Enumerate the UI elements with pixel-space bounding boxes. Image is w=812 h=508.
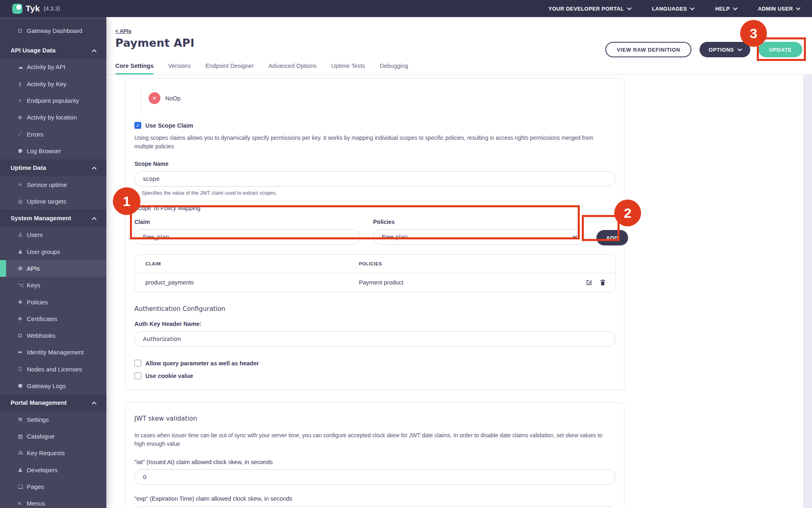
scope-name-input[interactable]: scope <box>134 171 615 187</box>
use-cookie-value-checkbox-row[interactable]: Use cookie value <box>134 372 615 379</box>
topnav-item-your-developer-portal[interactable]: YOUR DEVELOPER PORTAL <box>549 6 631 12</box>
add-button[interactable]: ADD <box>596 230 628 245</box>
sidebar-item-activity-by-location[interactable]: ⊕Activity by location <box>0 109 106 126</box>
certificate-icon: ✵ <box>18 316 27 322</box>
sidebar-item-settings[interactable]: ⚒Settings <box>0 411 106 428</box>
leaf-icon <box>16 5 21 10</box>
topnav-item-help[interactable]: HELP <box>715 6 736 12</box>
sidebar-item-log-browser[interactable]: ⚉Log Browser <box>0 143 106 159</box>
sidebar-item-label: Gateway Logs <box>27 382 66 389</box>
options-button[interactable]: OPTIONS <box>700 42 750 57</box>
tab-advanced-options[interactable]: Advanced Options <box>268 63 317 74</box>
core-settings-card: ✕ NoOp ✓ Use Scope Claim Using scopes cl… <box>125 78 624 390</box>
sidebar-item-menus[interactable]: ≡Menus <box>0 495 106 508</box>
sidebar-item-nodes-and-licenses[interactable]: ♖Nodes and Licenses <box>0 361 106 378</box>
sidebar-item-policies[interactable]: ❖Policies <box>0 293 106 310</box>
tab-debugging[interactable]: Debugging <box>380 63 408 74</box>
cloud-icon: ☁ <box>18 64 27 70</box>
sidebar-item-activity-by-api[interactable]: ☁Activity by API <box>0 59 106 75</box>
content-area: ✕ NoOp ✓ Use Scope Claim Using scopes cl… <box>106 75 812 508</box>
tab-versions[interactable]: Versions <box>168 63 191 74</box>
claim-input[interactable]: free_plan <box>134 229 360 245</box>
brand-name: Tyk <box>26 4 40 13</box>
sidebar-item-webhooks[interactable]: ΩWebhooks <box>0 327 106 344</box>
bomb-icon: ☄ <box>18 131 27 137</box>
sidebar-section-portal-management[interactable]: Portal Management <box>0 394 106 411</box>
auth-key-header-input[interactable]: Authorization <box>134 331 615 347</box>
update-button[interactable]: UPDATE <box>758 42 802 57</box>
users-icon: ♟ <box>18 467 27 473</box>
sidebar-item-gateway-logs[interactable]: ⚉Gateway Logs <box>0 378 106 394</box>
allow-query-parameter-checkbox[interactable] <box>134 360 141 367</box>
gears-icon: ⚙ <box>18 265 27 271</box>
sidebar-item-catalogue[interactable]: ▤Catalogue <box>0 428 106 445</box>
sidebar: ⊡Gateway DashboardAPI Usage Data☁Activit… <box>0 17 106 508</box>
sidebar-item-label: Gateway Dashboard <box>27 27 82 34</box>
active-item-accent-bar <box>0 260 6 277</box>
policies-select-value: Free plan <box>382 234 408 240</box>
use-cookie-value-checkbox[interactable] <box>134 372 141 379</box>
tab-uptime-tests[interactable]: Uptime Tests <box>331 63 365 74</box>
sidebar-section-system-management[interactable]: System Management <box>0 210 106 226</box>
tab-endpoint-designer[interactable]: Endpoint Designer <box>205 63 254 74</box>
table-header-row: CLAIM POLICIES <box>135 255 615 273</box>
view-raw-definition-button[interactable]: VIEW RAW DEFINITION <box>605 42 691 57</box>
exp-claim-input[interactable]: 0 <box>134 506 615 508</box>
sidebar-item-certificates[interactable]: ✵Certificates <box>0 310 106 327</box>
tab-core-settings[interactable]: Core Settings <box>115 63 153 74</box>
scope-to-policy-mapping-label: Scope To Policy Mapping <box>134 205 615 211</box>
sidebar-item-label: Certificates <box>27 315 57 322</box>
sidebar-item-label: Key Requests <box>27 449 65 456</box>
sidebar-section-label: Portal Management <box>11 399 67 406</box>
sidebar-item-label: User groups <box>27 248 60 255</box>
sidebar-item-identity-management[interactable]: ➥Identity Management <box>0 344 106 360</box>
claim-policy-table: CLAIM POLICIES product_payments Payment … <box>134 254 615 292</box>
sidebar-item-user-groups[interactable]: ♟User groups <box>0 243 106 260</box>
chevron-up-icon <box>92 217 96 221</box>
sidebar-item-pages[interactable]: ❏Pages <box>0 478 106 495</box>
use-scope-claim-checkbox-row[interactable]: ✓ Use Scope Claim <box>134 122 615 129</box>
sidebar-item-errors[interactable]: ☄Errors <box>0 126 106 142</box>
iat-claim-label: "iat" (Issued At) claim allowed clock sk… <box>134 459 615 465</box>
sidebar-item-endpoint-popularity[interactable]: ♆Endpoint popularity <box>0 92 106 109</box>
sidebar-item-gateway-dashboard[interactable]: ⊡Gateway Dashboard <box>0 20 106 42</box>
sidebar-item-label: Menus <box>27 500 45 507</box>
scope-name-label: Scope Name <box>134 161 615 167</box>
scrollbar-track[interactable] <box>803 17 812 508</box>
noop-row: ✕ NoOp <box>141 88 615 114</box>
sidebar-section-uptime-data[interactable]: Uptime Data <box>0 159 106 176</box>
options-button-label: OPTIONS <box>708 47 734 53</box>
sidebar-item-activity-by-key[interactable]: ⚷Activity by Key <box>0 76 106 92</box>
sidebar-section-api-usage-data[interactable]: API Usage Data <box>0 42 106 59</box>
edit-icon[interactable] <box>585 279 593 286</box>
breadcrumb[interactable]: < APIs <box>115 28 132 34</box>
jwt-skew-validation-heading: JWT skew validation <box>134 415 615 422</box>
sidebar-item-developers[interactable]: ♟Developers <box>0 461 106 478</box>
sidebar-item-key-requests[interactable]: ⁂Key Requests <box>0 445 106 461</box>
remove-noop-icon[interactable]: ✕ <box>149 92 160 104</box>
topnav-item-languages[interactable]: LANGUAGES <box>652 6 694 12</box>
sidebar-item-label: Identity Management <box>27 349 84 356</box>
sidebar-item-users[interactable]: ♙Users <box>0 226 106 243</box>
chevron-down-icon <box>796 6 800 10</box>
jwt-skew-description: In cases when issuer time can be out of … <box>134 431 609 448</box>
sidebar-item-apis[interactable]: ⚙APIs <box>0 260 106 277</box>
topnav-item-admin-user[interactable]: ADMIN USER <box>758 6 800 12</box>
globe-icon: ⊕ <box>18 114 27 120</box>
bug-icon: ⚉ <box>18 148 27 154</box>
monitor-icon: ⊡ <box>18 28 27 34</box>
use-scope-claim-checkbox[interactable]: ✓ <box>134 122 141 129</box>
policies-select[interactable]: Free plan <box>373 229 585 245</box>
topnav-item-label: HELP <box>715 6 730 12</box>
iat-claim-input[interactable]: 0 <box>134 469 615 485</box>
sidebar-item-label: Webhooks <box>27 332 56 339</box>
tyk-logo-icon[interactable] <box>12 4 22 14</box>
sidebar-item-uptime-targets[interactable]: ◎Uptime targets <box>0 193 106 210</box>
trash-icon[interactable] <box>599 279 606 286</box>
allow-query-parameter-checkbox-row[interactable]: Allow query parameter as well as header <box>134 360 615 367</box>
sidebar-item-keys[interactable]: ⌥Keys <box>0 277 106 293</box>
key-icon: ⚷ <box>18 81 27 87</box>
sidebar-item-service-uptime[interactable]: ∿Service uptime <box>0 176 106 193</box>
sidebar-item-label: Activity by API <box>27 63 65 70</box>
jwt-skew-validation-card: JWT skew validation In cases when issuer… <box>125 402 624 508</box>
